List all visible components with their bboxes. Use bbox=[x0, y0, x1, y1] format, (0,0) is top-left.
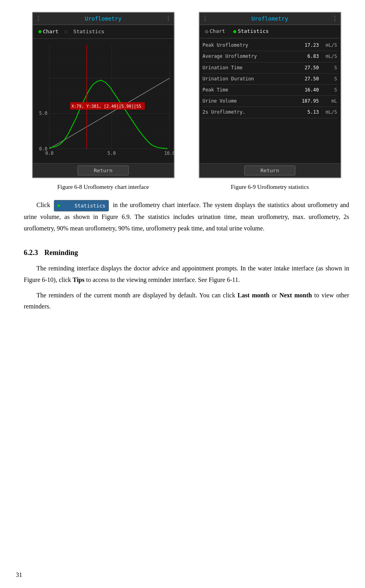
body-paragraph-click: Click Statistics in the uroflometry char… bbox=[24, 200, 349, 234]
last-month-bold: Last month bbox=[238, 292, 270, 299]
figures-row: ⋮ Uroflometry ⋮ Chart ○ Statistics bbox=[24, 12, 349, 192]
stats-label-5: Urine Volume bbox=[203, 97, 298, 105]
stats-value-4: 16.40 bbox=[298, 86, 321, 94]
svg-text:5.0: 5.0 bbox=[39, 110, 47, 116]
next-month-bold: Next month bbox=[279, 292, 312, 299]
chart-tabs: Chart ○ Statistics bbox=[33, 25, 174, 39]
stats-unit-3: S bbox=[321, 75, 337, 83]
stats-radio-chart bbox=[205, 30, 208, 33]
stats-tab-stats[interactable]: Statistics bbox=[231, 27, 271, 36]
chart-screen-header: ⋮ Uroflometry ⋮ bbox=[33, 13, 174, 25]
stats-label-3: Urination Duration bbox=[203, 75, 298, 83]
stats-value-2: 27.50 bbox=[298, 64, 321, 72]
figure-8-block: ⋮ Uroflometry ⋮ Chart ○ Statistics bbox=[24, 12, 182, 192]
figure-9-block: ⋮ Uroflometry ⋮ Chart Statistics Pea bbox=[190, 12, 349, 192]
chart-tab-stats[interactable]: Statistics bbox=[71, 27, 106, 37]
stats-unit-1: mL/S bbox=[321, 53, 337, 60]
stats-row-4: Peak Time 16.40 S bbox=[203, 85, 337, 96]
stats-unit-6: mL/S bbox=[321, 108, 337, 116]
stats-label-0: Peak Uroflometry bbox=[203, 42, 298, 49]
stats-value-3: 27.50 bbox=[298, 75, 321, 83]
stats-value-6: 5.13 bbox=[298, 108, 321, 116]
stats-header-dots: ⋮ bbox=[202, 13, 208, 24]
stats-radio-stats bbox=[233, 30, 236, 33]
body-paragraph-2: The reminders of the current month are d… bbox=[24, 290, 349, 313]
stats-value-1: 6.83 bbox=[298, 53, 321, 60]
stats-screen-title: Uroflometry bbox=[251, 15, 288, 22]
chart-screen-footer: Return bbox=[33, 163, 174, 177]
stats-label-6: 2s Uroflometry. bbox=[203, 108, 298, 116]
stats-tab-chart[interactable]: Chart bbox=[203, 27, 228, 36]
stats-label-2: Urination Time bbox=[203, 64, 298, 72]
figure-9-caption: Figure 6-9 Uroflometry statistics bbox=[231, 182, 309, 192]
figure-8-caption: Figure 6-8 Uroflometry chart interface bbox=[57, 182, 149, 192]
stats-value-5: 187.95 bbox=[298, 97, 321, 105]
statistics-table: Peak Uroflometry 17.23 mL/S Average Urof… bbox=[200, 38, 340, 163]
svg-text:5.0: 5.0 bbox=[107, 150, 116, 156]
stats-row-2: Urination Time 27.50 S bbox=[203, 63, 337, 74]
stats-label-1: Average Uroflometry bbox=[203, 53, 298, 60]
stats-row-3: Urination Duration 27.50 S bbox=[203, 74, 337, 85]
chart-return-button[interactable]: Return bbox=[78, 166, 129, 175]
button-dot-icon bbox=[57, 204, 60, 207]
svg-text:0.0: 0.0 bbox=[45, 150, 53, 156]
stats-unit-2: S bbox=[321, 64, 337, 72]
stats-row-1: Average Uroflometry 6.83 mL/S bbox=[203, 51, 337, 62]
stats-label-4: Peak Time bbox=[203, 86, 298, 94]
chart-area: 0.0 5.0 0.0 5.0 10.0 X:79, Y:381, [2.40]… bbox=[33, 39, 174, 163]
section-number: 6.2.3 bbox=[24, 246, 38, 259]
stats-unit-5: mL bbox=[321, 97, 337, 105]
stats-unit-4: S bbox=[321, 86, 337, 94]
content-body: Click Statistics in the uroflometry char… bbox=[24, 200, 349, 312]
chart-tab-chart[interactable]: Chart bbox=[36, 27, 61, 37]
svg-text:X:79, Y:381, [2.40][5.90][55: X:79, Y:381, [2.40][5.90][55 bbox=[71, 104, 141, 108]
svg-text:10.0: 10.0 bbox=[164, 150, 173, 156]
chart-screen: ⋮ Uroflometry ⋮ Chart ○ Statistics bbox=[32, 12, 175, 178]
tab-separator: ○ bbox=[64, 27, 68, 37]
tips-bold: Tips bbox=[73, 276, 85, 283]
stats-screen-footer: Return bbox=[200, 163, 340, 177]
stats-value-0: 17.23 bbox=[298, 42, 321, 49]
stats-unit-0: mL/S bbox=[321, 42, 337, 49]
stats-screen-header: ⋮ Uroflometry ⋮ bbox=[200, 13, 340, 25]
click-label: Click bbox=[36, 202, 50, 208]
page-number-container: 31 bbox=[16, 570, 22, 580]
stats-screen: ⋮ Uroflometry ⋮ Chart Statistics Pea bbox=[199, 12, 341, 178]
stats-row-0: Peak Uroflometry 17.23 mL/S bbox=[203, 40, 337, 51]
chart-screen-title: Uroflometry bbox=[85, 15, 122, 22]
section-title: Reminding bbox=[44, 246, 78, 259]
header-dots: ⋮ bbox=[35, 13, 42, 24]
stats-dots-right: ⋮ bbox=[332, 13, 338, 24]
chart-radio-chart bbox=[38, 30, 42, 33]
inline-button-label: Statistics bbox=[62, 201, 105, 210]
page-number: 31 bbox=[16, 571, 22, 578]
stats-row-6: 2s Uroflometry. 5.13 mL/S bbox=[203, 107, 337, 118]
stats-row-5: Urine Volume 187.95 mL bbox=[203, 96, 337, 107]
stats-return-button[interactable]: Return bbox=[244, 166, 295, 175]
header-dots-right: ⋮ bbox=[165, 13, 171, 24]
body-paragraph-1: The reminding interface displays the doc… bbox=[24, 263, 349, 286]
stats-tabs: Chart Statistics bbox=[200, 25, 340, 38]
inline-statistics-button[interactable]: Statistics bbox=[54, 200, 109, 211]
section-heading-623: 6.2.3 Reminding bbox=[24, 246, 349, 259]
svg-rect-0 bbox=[33, 41, 174, 161]
